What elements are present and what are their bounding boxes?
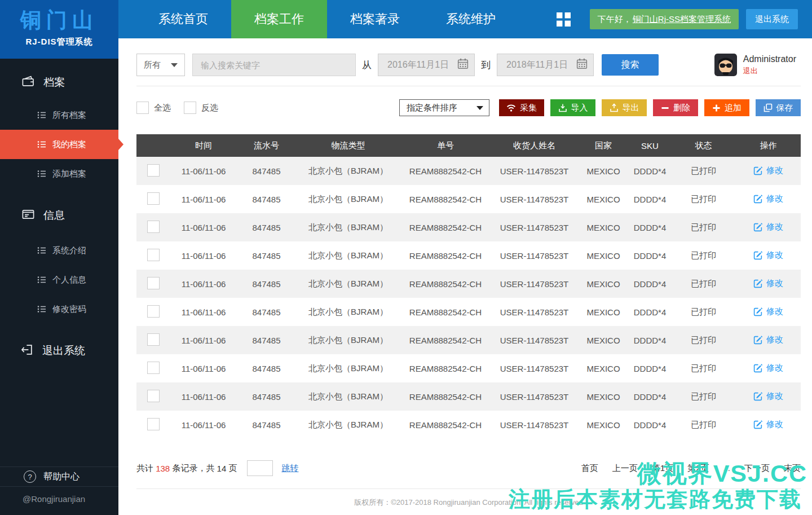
cell-time: 11-06/11-06	[170, 213, 237, 241]
nav-home[interactable]: 系统首页	[135, 0, 231, 38]
edit-link[interactable]: 修改	[753, 278, 783, 289]
sidebar-item-label: 我的档案	[52, 139, 86, 150]
cell-logistics: 北京小包（BJRAM）	[296, 213, 400, 241]
edit-label: 修改	[766, 363, 783, 373]
edit-link[interactable]: 修改	[753, 222, 783, 232]
invert-select-checkbox[interactable]	[184, 102, 196, 114]
category-select[interactable]: 所有	[136, 54, 185, 76]
search-button[interactable]: 搜索	[602, 54, 659, 76]
cell-order: REAM8882542-CH	[400, 270, 491, 298]
jump-link[interactable]: 跳转	[281, 463, 298, 474]
nav-system-maintenance[interactable]: 系统维护	[423, 0, 519, 38]
sidebar-item-system-intro[interactable]: 系统介绍	[0, 236, 118, 265]
edit-link[interactable]: 修改	[753, 419, 783, 430]
cell-order: REAM8882542-CH	[400, 157, 491, 185]
row-checkbox[interactable]	[147, 390, 160, 402]
cell-time: 11-06/11-06	[170, 411, 237, 439]
user-name: Administrator	[743, 54, 796, 64]
row-checkbox[interactable]	[147, 362, 160, 374]
jump-page-input[interactable]	[247, 460, 273, 476]
cell-sku: DDDD*4	[629, 382, 671, 411]
button-label: 导出	[623, 103, 639, 113]
header-action: 操作	[736, 134, 801, 157]
row-checkbox[interactable]	[147, 333, 160, 346]
greeting-system-link[interactable]: 铜门山Rj-SS档案管理系统	[633, 14, 731, 25]
delete-button[interactable]: 删除	[653, 99, 698, 116]
page-next[interactable]: 下一页	[744, 463, 770, 474]
page-prev[interactable]: 上一页	[612, 463, 638, 474]
cell-country: MEXICO	[578, 185, 629, 213]
page-first[interactable]: 首页	[581, 463, 598, 474]
edit-label: 修改	[766, 278, 783, 289]
cell-status: 已打印	[671, 185, 736, 213]
sidebar-item-personal-info[interactable]: 个人信息	[0, 265, 118, 294]
edit-link[interactable]: 修改	[753, 250, 783, 261]
button-label: 删除	[673, 103, 690, 113]
sidebar-item-all-archives[interactable]: 所有档案	[0, 100, 118, 130]
to-date-picker[interactable]: 2018年11月1日	[497, 54, 594, 76]
chevron-down-icon	[171, 63, 178, 67]
nav-archive-catalog[interactable]: 档案著录	[327, 0, 423, 38]
append-button[interactable]: 追加	[704, 99, 749, 116]
export-button[interactable]: 导出	[602, 99, 647, 116]
sidebar-item-change-password[interactable]: 修改密码	[0, 294, 118, 324]
user-logout-link[interactable]: 退出	[743, 66, 796, 76]
app-root: 铜门山 RJ-DIS管理系统 档案 所有档案 我的档案 添加档案	[0, 0, 812, 515]
edit-link[interactable]: 修改	[753, 363, 783, 373]
page-2[interactable]: 第2页	[687, 463, 709, 474]
table-row: 11-06/11-06847485北京小包（BJRAM）REAM8882542-…	[136, 185, 801, 213]
header-status: 状态	[671, 134, 736, 157]
help-center[interactable]: ? 帮助中心	[0, 466, 118, 487]
edit-link[interactable]: 修改	[753, 165, 783, 176]
from-date-picker[interactable]: 2016年11月1日	[378, 54, 475, 76]
page-1[interactable]: 第1页	[652, 463, 673, 474]
sidebar-section-info: 信息	[0, 208, 118, 223]
cell-logistics: 北京小包（BJRAM）	[296, 354, 400, 382]
edit-link[interactable]: 修改	[753, 334, 783, 345]
nav-archive-work[interactable]: 档案工作	[231, 0, 327, 38]
page-last[interactable]: 末页	[784, 463, 801, 474]
main-nav: 系统首页 档案工作 档案著录 系统维护	[135, 0, 519, 38]
save-button[interactable]: 保存	[756, 99, 801, 116]
keyword-input[interactable]	[192, 54, 356, 76]
avatar[interactable]	[714, 54, 737, 76]
edit-label: 修改	[766, 391, 783, 402]
cell-serial: 847485	[237, 354, 296, 382]
sidebar-item-label: 系统介绍	[52, 245, 86, 256]
edit-link[interactable]: 修改	[753, 306, 783, 317]
edit-link[interactable]: 修改	[753, 391, 783, 402]
row-checkbox[interactable]	[147, 192, 160, 205]
cell-country: MEXICO	[578, 157, 629, 185]
row-checkbox[interactable]	[147, 277, 160, 289]
edit-link[interactable]: 修改	[753, 193, 783, 204]
table-row: 11-06/11-06847485北京小包（BJRAM）REAM8882542-…	[136, 157, 801, 185]
greeting-button[interactable]: 下午好，铜门山Rj-SS档案管理系统	[590, 9, 739, 29]
apps-grid-icon[interactable]	[557, 12, 571, 27]
cell-sku: DDDD*4	[629, 241, 671, 270]
row-checkbox[interactable]	[147, 418, 160, 430]
button-label: 追加	[725, 103, 742, 113]
cell-serial: 847485	[237, 213, 296, 241]
sort-select[interactable]: 指定条件排序	[399, 99, 489, 116]
social-handle: @Rongjiruanjian	[0, 487, 118, 515]
cell-country: MEXICO	[578, 382, 629, 411]
card-icon	[21, 208, 35, 224]
cell-country: MEXICO	[578, 213, 629, 241]
import-button[interactable]: 导入	[550, 99, 595, 116]
select-all-checkbox[interactable]	[136, 102, 149, 114]
cell-time: 11-06/11-06	[170, 298, 237, 326]
sidebar-item-my-archives[interactable]: 我的档案	[0, 130, 118, 159]
sidebar-item-add-archive[interactable]: 添加档案	[0, 159, 118, 188]
logout-system-button[interactable]: 退出系统	[746, 9, 798, 29]
row-checkbox[interactable]	[147, 305, 160, 318]
sidebar-logout[interactable]: 退出系统	[0, 342, 118, 360]
row-checkbox[interactable]	[147, 221, 160, 233]
collect-button[interactable]: 采集	[499, 99, 544, 116]
row-checkbox[interactable]	[147, 249, 160, 261]
cell-receiver: USER-11478523T	[491, 326, 578, 354]
row-checkbox[interactable]	[147, 164, 160, 177]
page-links: 首页 上一页 第1页 第2页 ... 下一页 末页	[581, 463, 801, 474]
top-navbar: 系统首页 档案工作 档案著录 系统维护 下午好，铜门山Rj-SS档案管理系统 退…	[118, 0, 812, 38]
cell-receiver: USER-11478523T	[491, 411, 578, 439]
table-row: 11-06/11-06847485北京小包（BJRAM）REAM8882542-…	[136, 411, 801, 439]
